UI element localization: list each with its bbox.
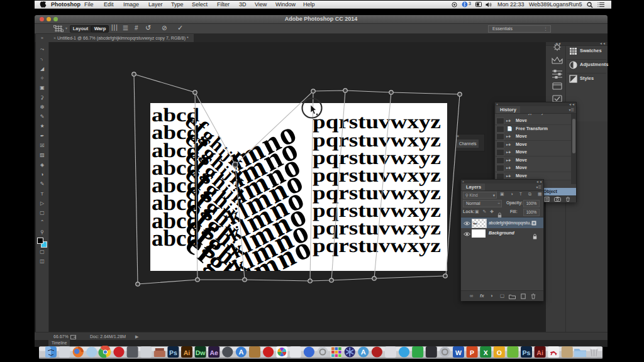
svg-text:W: W (455, 349, 462, 357)
svg-text:Dw: Dw (196, 349, 206, 357)
svg-text:Ps: Ps (523, 349, 531, 357)
svg-text:Ae: Ae (209, 349, 218, 357)
svg-text:A: A (238, 349, 243, 356)
svg-text:A: A (361, 349, 366, 356)
svg-text:Ps: Ps (169, 349, 177, 357)
svg-text:O: O (497, 349, 502, 357)
svg-text:Ai: Ai (184, 349, 191, 357)
svg-text:P: P (470, 349, 474, 357)
svg-text:X: X (484, 349, 488, 357)
svg-text:Ai: Ai (536, 349, 543, 357)
